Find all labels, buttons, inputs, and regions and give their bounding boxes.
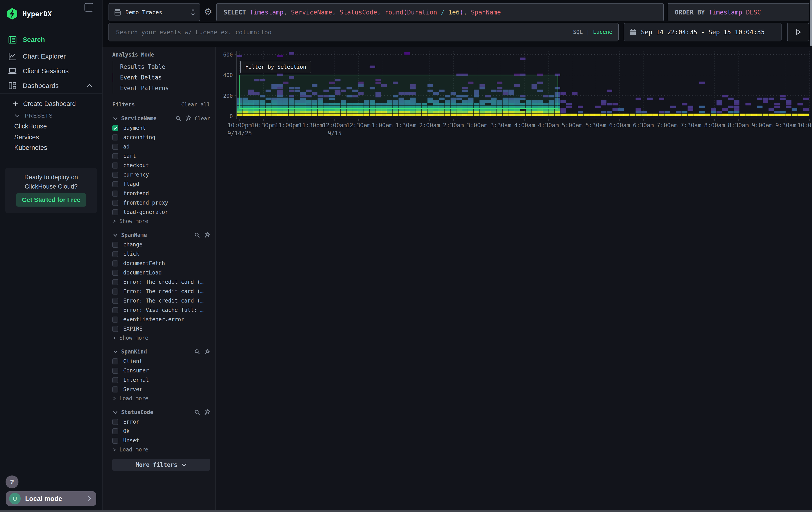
- search-icon[interactable]: [194, 409, 200, 415]
- checkbox[interactable]: [112, 242, 118, 248]
- filter-option[interactable]: accounting: [112, 133, 210, 142]
- checkbox[interactable]: [112, 181, 118, 187]
- filter-option[interactable]: cart: [112, 152, 210, 161]
- filter-group-header-statuscode[interactable]: StatusCode: [112, 407, 210, 417]
- sidebar-item-search[interactable]: Search: [0, 33, 102, 47]
- analysis-mode-results-table[interactable]: Results Table: [113, 61, 210, 72]
- checkbox[interactable]: [112, 153, 118, 159]
- filter-option[interactable]: Error: Visa cache full: …: [112, 305, 210, 315]
- filter-option[interactable]: frontend: [112, 189, 210, 198]
- chart-selection[interactable]: [240, 75, 558, 108]
- more-filters-button[interactable]: More filters: [112, 459, 210, 470]
- checkbox[interactable]: [112, 209, 118, 215]
- checkbox[interactable]: [112, 298, 118, 304]
- filter-option[interactable]: Consumer: [112, 366, 210, 375]
- checkbox[interactable]: [112, 251, 118, 257]
- filter-option[interactable]: click: [112, 249, 210, 259]
- pin-icon[interactable]: [204, 349, 210, 355]
- checkbox[interactable]: [112, 134, 118, 140]
- filter-option[interactable]: Error: The credit card (…: [112, 277, 210, 287]
- pin-icon[interactable]: [204, 409, 210, 415]
- filter-option[interactable]: currency: [112, 170, 210, 180]
- filter-option[interactable]: eventListener.error: [112, 315, 210, 324]
- group-clear-button[interactable]: Clear: [195, 115, 210, 121]
- checkbox[interactable]: [112, 162, 118, 168]
- checkbox[interactable]: [112, 270, 118, 276]
- checkbox[interactable]: [112, 428, 118, 434]
- user-menu[interactable]: U Local mode: [6, 491, 96, 506]
- filter-option[interactable]: Server: [112, 385, 210, 394]
- filter-group-header-spankind[interactable]: SpanKind: [112, 347, 210, 357]
- sidebar-item-services[interactable]: Services: [0, 131, 117, 143]
- show-more-button[interactable]: Show more: [112, 333, 210, 342]
- horizontal-scrollbar[interactable]: [0, 510, 812, 512]
- checkbox[interactable]: [112, 326, 118, 332]
- create-dashboard-button[interactable]: Create Dashboard: [0, 98, 102, 110]
- checkbox[interactable]: [112, 307, 118, 313]
- checkbox[interactable]: [112, 144, 118, 150]
- search-icon[interactable]: [194, 232, 200, 238]
- filter-option[interactable]: Internal: [112, 375, 210, 385]
- checkbox[interactable]: [112, 386, 118, 393]
- pin-icon[interactable]: [204, 232, 210, 238]
- checkbox[interactable]: [112, 317, 118, 323]
- sidebar-item-client-sessions[interactable]: Client Sessions: [0, 64, 102, 78]
- checkbox[interactable]: [112, 368, 118, 374]
- sidebar-item-kubernetes[interactable]: Kubernetes: [0, 141, 117, 154]
- checkbox[interactable]: [112, 438, 118, 444]
- filter-option[interactable]: payment: [112, 123, 210, 133]
- filter-option[interactable]: change: [112, 240, 210, 249]
- checkbox[interactable]: [112, 200, 118, 206]
- search-input[interactable]: Search your events w/ Lucene ex. column:…: [109, 23, 618, 42]
- checkbox[interactable]: [112, 289, 118, 295]
- source-select[interactable]: Demo Traces: [109, 3, 200, 21]
- search-icon[interactable]: [194, 349, 200, 355]
- checkbox[interactable]: [112, 191, 118, 196]
- collapse-sidebar-icon[interactable]: [85, 3, 93, 11]
- checkbox[interactable]: [112, 358, 118, 365]
- checkbox[interactable]: [112, 172, 118, 178]
- run-query-button[interactable]: [787, 23, 809, 42]
- lucene-mode-button[interactable]: Lucene: [593, 29, 612, 35]
- help-button[interactable]: ?: [5, 476, 19, 488]
- filter-option[interactable]: documentLoad: [112, 268, 210, 277]
- filter-group-header-spanname[interactable]: SpanName: [112, 230, 210, 240]
- filter-option[interactable]: EXPIRE: [112, 324, 210, 333]
- filter-option[interactable]: flagd: [112, 180, 210, 189]
- analysis-mode-event-patterns[interactable]: Event Patterns: [113, 83, 210, 93]
- load-more-button[interactable]: Load more: [112, 445, 210, 454]
- filter-option[interactable]: ad: [112, 142, 210, 152]
- sidebar-item-clickhouse[interactable]: ClickHouse: [0, 120, 117, 132]
- checkbox[interactable]: [112, 377, 118, 383]
- vertical-scrollbar[interactable]: [810, 0, 812, 46]
- filter-option[interactable]: frontend-proxy: [112, 198, 210, 208]
- order-by-input[interactable]: ORDER BY Timestamp DESC: [668, 3, 809, 21]
- time-range-picker[interactable]: Sep 14 22:04:35 - Sep 15 10:04:35: [624, 23, 782, 42]
- show-more-button[interactable]: Show more: [112, 217, 210, 226]
- filter-option[interactable]: Error: [112, 417, 210, 427]
- get-started-button[interactable]: Get Started for Free: [16, 193, 86, 207]
- filter-option[interactable]: checkout: [112, 161, 210, 170]
- filter-option[interactable]: Ok: [112, 427, 210, 436]
- gear-icon[interactable]: ⚙: [203, 7, 213, 17]
- search-icon[interactable]: [175, 115, 181, 122]
- checkbox[interactable]: [112, 125, 118, 131]
- filter-option[interactable]: Unset: [112, 436, 210, 445]
- sidebar-item-chart-explorer[interactable]: Chart Explorer: [0, 49, 102, 63]
- presets-toggle[interactable]: PRESETS: [0, 110, 102, 122]
- load-more-button[interactable]: Load more: [112, 394, 210, 403]
- pin-icon[interactable]: [185, 115, 191, 122]
- filter-group-header-servicename[interactable]: ServiceNameClear: [112, 113, 210, 123]
- checkbox[interactable]: [112, 261, 118, 266]
- sql-select-input[interactable]: SELECT Timestamp, ServiceName, StatusCod…: [216, 3, 664, 21]
- sql-mode-button[interactable]: SQL: [573, 29, 583, 35]
- filter-option[interactable]: Error: The credit card (…: [112, 287, 210, 296]
- analysis-mode-event-deltas[interactable]: Event Deltas: [113, 72, 210, 83]
- sidebar-item-dashboards[interactable]: Dashboards: [0, 79, 102, 92]
- filter-option[interactable]: Error: The credit card (…: [112, 296, 210, 305]
- checkbox[interactable]: [112, 419, 118, 425]
- checkbox[interactable]: [112, 279, 118, 285]
- filter-option[interactable]: documentFetch: [112, 259, 210, 268]
- filter-by-selection-tooltip[interactable]: Filter by Selection: [240, 61, 311, 73]
- clear-all-button[interactable]: Clear all: [181, 102, 210, 108]
